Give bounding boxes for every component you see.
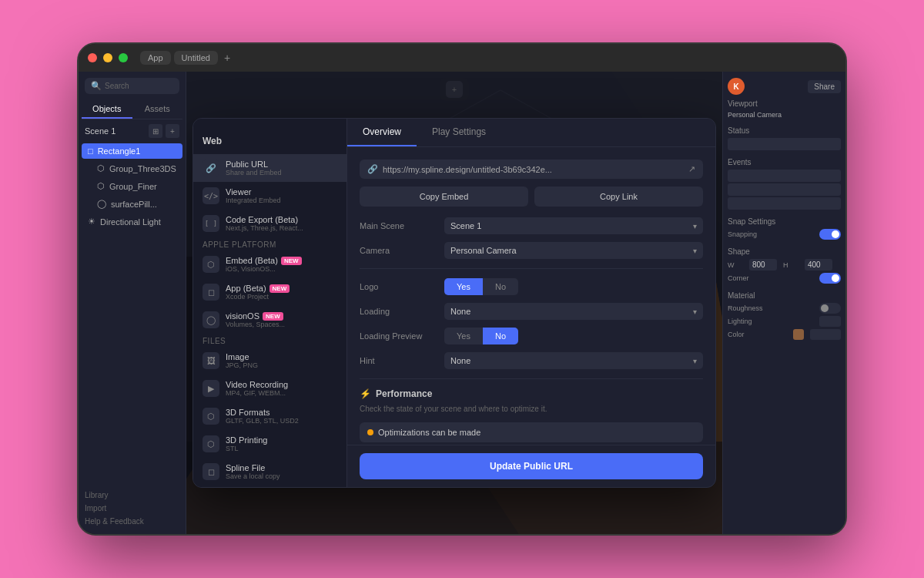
app-sub: Xcode Project	[226, 293, 337, 301]
menu-item-embed[interactable]: ⬡ Embed (Beta) NEW iOS, VisionOS...	[193, 250, 346, 278]
dropdown-arrow: ▾	[693, 307, 697, 316]
modal-footer: Update Public URL	[347, 445, 715, 487]
footer-help[interactable]: Help & Feedback	[85, 515, 179, 528]
tab-overview[interactable]: Overview	[347, 119, 417, 146]
menu-item-visionos[interactable]: ◯ visionOS NEW Volumes, Spaces...	[193, 306, 346, 334]
user-avatar[interactable]: K	[728, 78, 745, 95]
splinefile-sub: Save a local copy	[226, 472, 337, 480]
search-icon: 🔍	[91, 81, 102, 91]
sidebar-item-group3ds[interactable]: ⬡ Group_Three3DS	[91, 160, 182, 176]
files-section-title: Files	[193, 334, 346, 347]
hint-row: Hint None ▾	[360, 352, 703, 369]
apple-section-title: Apple Platform	[193, 237, 346, 250]
maximize-button[interactable]	[119, 53, 128, 62]
camera-select[interactable]: Personal Camera ▾	[444, 242, 703, 259]
new-badge: NEW	[281, 257, 302, 265]
menu-item-public-url[interactable]: 🔗 Public URL Share and Embed	[193, 154, 346, 182]
loading-no-button[interactable]: No	[483, 328, 518, 344]
footer-import[interactable]: Import	[85, 502, 179, 515]
3dprinting-icon: ⬡	[203, 435, 219, 452]
menu-item-image[interactable]: 🖼 Image JPG, PNG	[193, 347, 346, 375]
sidebar-footer: Library Import Help & Feedback	[79, 482, 186, 534]
scene-actions: ⊞ +	[149, 124, 179, 138]
laptop-frame: App Untitled + 🔍 Search Objects Assets S…	[77, 42, 847, 536]
canvas-area: + Web 🔗 Public URL Share and Embed	[186, 72, 722, 534]
3dprinting-sub: STL	[226, 445, 337, 452]
update-public-url-button[interactable]: Update Public URL	[360, 453, 703, 479]
menu-item-3dprinting[interactable]: ⬡ 3D Printing STL	[193, 430, 346, 458]
footer-library[interactable]: Library	[85, 489, 179, 502]
w-label: W	[728, 261, 746, 269]
modal-right-panel: Overview Play Settings 🔗 https://my.spli…	[347, 119, 715, 487]
sidebar-item-light[interactable]: ☀ Directional Light	[82, 213, 182, 230]
untitled-tab[interactable]: Untitled	[174, 51, 218, 65]
loading-label: Loading	[360, 307, 444, 316]
main-scene-select[interactable]: Scene 1 ▾	[444, 217, 703, 234]
camera-label-rp: Personal Camera	[728, 111, 782, 119]
copy-embed-button[interactable]: Copy Embed	[360, 187, 528, 207]
add-tab-button[interactable]: +	[224, 52, 230, 64]
shape-label: Shape	[728, 247, 841, 256]
menu-item-code-export[interactable]: [ ] Code Export (Beta) Next.js, Three.js…	[193, 210, 346, 237]
sidebar-tab-assets[interactable]: Assets	[132, 100, 183, 119]
group-icon: ⬡	[97, 181, 105, 191]
hint-select[interactable]: None ▾	[444, 352, 703, 369]
close-button[interactable]	[88, 53, 97, 62]
minimize-button[interactable]	[103, 53, 112, 62]
loading-select[interactable]: None ▾	[444, 303, 703, 320]
sidebar-item-rectangle[interactable]: □ Rectangle1	[82, 143, 182, 159]
public-url-icon: 🔗	[203, 160, 219, 176]
visionos-title: visionOS NEW	[226, 311, 337, 321]
color-swatch[interactable]	[793, 329, 804, 340]
sidebar-item-surfacepill[interactable]: ◯ surfacePill...	[91, 196, 182, 212]
snap-toggle[interactable]	[819, 229, 841, 240]
logo-yes-button[interactable]: Yes	[444, 278, 483, 295]
tab-play-settings[interactable]: Play Settings	[417, 119, 501, 146]
link-icon: 🔗	[367, 164, 378, 174]
sidebar-tab-objects[interactable]: Objects	[82, 100, 132, 119]
open-url-icon[interactable]: ↗	[688, 164, 695, 174]
loading-yes-button[interactable]: Yes	[444, 328, 483, 344]
share-button[interactable]: Share	[808, 80, 841, 93]
embed-sub: iOS, VisionOS...	[226, 265, 337, 273]
image-icon: 🖼	[203, 352, 219, 369]
menu-item-text: Viewer Integrated Embed	[226, 187, 337, 204]
splinefile-title: Spline File	[226, 463, 337, 472]
search-bar[interactable]: 🔍 Search	[85, 78, 179, 94]
sidebar-item-groupfiner[interactable]: ⬡ Group_Finer	[91, 178, 182, 194]
scene-grid-btn[interactable]: ⊞	[149, 124, 162, 138]
dropdown-arrow: ▾	[693, 357, 697, 365]
color-input[interactable]	[810, 329, 841, 340]
menu-item-text: visionOS NEW Volumes, Spaces...	[226, 311, 337, 328]
menu-item-text: Spline File Save a local copy	[226, 463, 337, 480]
menu-item-3dformats[interactable]: ⬡ 3D Formats GLTF, GLB, STL, USD2	[193, 402, 346, 430]
roughness-toggle[interactable]	[819, 303, 841, 314]
events-row1	[728, 170, 841, 182]
logo-toggle: Yes No	[444, 278, 518, 295]
menu-item-video[interactable]: ▶ Video Recording MP4, GIF, WEBM...	[193, 375, 346, 402]
app-title: App (Beta) NEW	[226, 284, 337, 293]
loading-row: Loading None ▾	[360, 303, 703, 320]
height-input[interactable]	[805, 259, 832, 271]
group-icon: ⬡	[97, 163, 105, 173]
new-badge: NEW	[270, 284, 290, 293]
corner-toggle[interactable]	[819, 273, 841, 284]
menu-item-viewer[interactable]: </> Viewer Integrated Embed	[193, 182, 346, 210]
menu-item-app[interactable]: ◻ App (Beta) NEW Xcode Project	[193, 278, 346, 306]
menu-item-splinefile[interactable]: ◻ Spline File Save a local copy	[193, 458, 346, 486]
events-row2	[728, 183, 841, 196]
embed-title: Embed (Beta) NEW	[226, 256, 337, 265]
menu-item-text: App (Beta) NEW Xcode Project	[226, 284, 337, 301]
scene-add-btn[interactable]: +	[166, 124, 179, 138]
corner-label: Corner	[728, 274, 816, 282]
light-icon: ☀	[88, 217, 95, 227]
width-input[interactable]	[749, 259, 777, 271]
copy-link-button[interactable]: Copy Link	[534, 187, 703, 207]
video-icon: ▶	[203, 380, 219, 397]
camera-form-label: Camera	[360, 246, 444, 255]
logo-no-button[interactable]: No	[483, 278, 518, 295]
grid-row: Snapping	[728, 229, 841, 240]
loading-value: None	[450, 307, 470, 316]
lighting-input[interactable]	[819, 316, 841, 327]
web-section-title: Web	[193, 128, 346, 154]
